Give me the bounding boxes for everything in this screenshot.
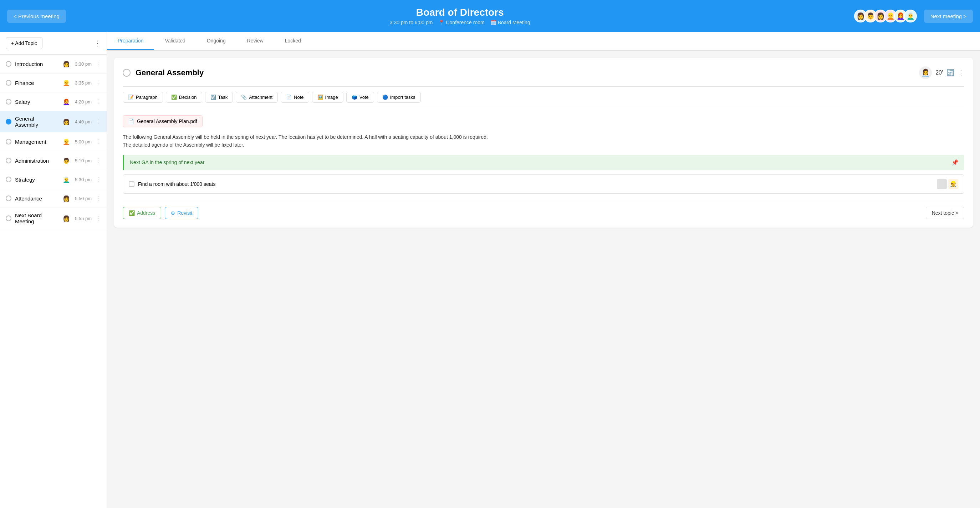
decision-icon: ✅ (171, 94, 177, 100)
topic-more-button[interactable]: ⋮ (95, 195, 101, 202)
topic-name: Introduction (15, 61, 58, 67)
topic-card-meta: 👩‍💼 20′ 🔄 ⋮ (919, 66, 964, 79)
task-checkbox[interactable] (129, 181, 134, 187)
decision-button[interactable]: ✅ Decision (166, 92, 202, 103)
sidebar-item-general-assembly[interactable]: General Assembly 👩 4:40 pm ⋮ (0, 111, 107, 132)
topic-avatar: 👩‍🦰 (61, 97, 71, 107)
bottom-left-buttons: ✅ Address ⊕ Revisit (123, 207, 198, 219)
main-layout: + Add Topic ⋮ Introduction 👩 3:30 pm ⋮ F… (0, 32, 980, 508)
note-button[interactable]: 📄 Note (281, 92, 309, 103)
sidebar-item-strategy[interactable]: Strategy 👨‍🦳 5:30 pm ⋮ (0, 170, 107, 189)
tab-validated[interactable]: Validated (154, 32, 196, 50)
sidebar-item-management[interactable]: Management 👱 5:00 pm ⋮ (0, 132, 107, 151)
topic-time: 5:00 pm (75, 139, 92, 145)
tab-locked[interactable]: Locked (274, 32, 312, 50)
topic-radio (6, 119, 11, 124)
sidebar-more-button[interactable]: ⋮ (94, 39, 101, 48)
topic-time: 5:30 pm (75, 177, 92, 182)
import-tasks-button[interactable]: 🔵 Import tasks (377, 92, 421, 103)
revisit-button[interactable]: ⊕ Revisit (165, 207, 198, 219)
meeting-meta: 3:30 pm to 6:00 pm 📍 Conference room 🗓️ … (66, 20, 854, 25)
topic-radio (6, 196, 11, 201)
pdf-icon: 📄 (128, 118, 134, 124)
tabs-bar: Preparation Validated Ongoing Review Loc… (107, 32, 980, 51)
next-meeting-button[interactable]: Next meeting > (924, 10, 973, 23)
topic-more-button[interactable]: ⋮ (95, 99, 101, 105)
topic-card-header: General Assembly 👩‍💼 20′ 🔄 ⋮ (123, 66, 964, 79)
sidebar-item-finance[interactable]: Finance 👱 3:35 pm ⋮ (0, 73, 107, 92)
topic-more-button[interactable]: ⋮ (95, 215, 101, 222)
topic-name: Finance (15, 80, 58, 86)
topic-time: 5:50 pm (75, 196, 92, 201)
task-text: Find a room with about 1'000 seats (138, 181, 933, 187)
task-button[interactable]: ☑️ Task (205, 92, 233, 103)
tab-preparation[interactable]: Preparation (107, 32, 154, 50)
location-icon: 📍 (438, 20, 444, 25)
topic-radio (6, 99, 11, 105)
note-bar: Next GA in the spring of next year 📌 (123, 155, 964, 170)
revisit-icon: ⊕ (171, 210, 175, 216)
topic-name: Attendance (15, 196, 58, 202)
app-header: < Previous meeting Board of Directors 3:… (0, 0, 980, 32)
topic-more-button[interactable]: ⋮ (95, 157, 101, 164)
topic-more-button[interactable]: ⋮ (95, 80, 101, 86)
topic-radio (6, 139, 11, 145)
refresh-button[interactable]: 🔄 (947, 69, 955, 77)
image-icon: 🖼️ (317, 94, 323, 100)
image-button[interactable]: 🖼️ Image (312, 92, 344, 103)
topic-duration: 20′ (935, 70, 943, 76)
tab-review[interactable]: Review (237, 32, 274, 50)
topic-content: General Assembly 👩‍💼 20′ 🔄 ⋮ 📝 Paragraph (107, 51, 980, 508)
topic-avatar: 👩 (61, 213, 71, 223)
pdf-attachment[interactable]: 📄 General Assembly Plan.pdf (123, 115, 202, 127)
task-avatar-person: 👷 (948, 179, 958, 189)
sidebar-item-salary[interactable]: Salary 👩‍🦰 4:20 pm ⋮ (0, 92, 107, 111)
card-more-button[interactable]: ⋮ (958, 69, 964, 77)
topic-card-radio[interactable] (123, 69, 130, 77)
address-button[interactable]: ✅ Address (123, 207, 161, 219)
avatar: 👨‍🦳 (904, 10, 917, 22)
next-topic-button[interactable]: Next topic > (926, 207, 964, 219)
topic-more-button[interactable]: ⋮ (95, 61, 101, 67)
topic-more-button[interactable]: ⋮ (95, 176, 101, 183)
sidebar-item-introduction[interactable]: Introduction 👩 3:30 pm ⋮ (0, 54, 107, 73)
task-item: Find a room with about 1'000 seats 👷 (123, 174, 964, 194)
topic-name: Salary (15, 99, 58, 105)
add-topic-button[interactable]: + Add Topic (6, 37, 43, 49)
meeting-type: 🗓️ Board Meeting (490, 20, 530, 25)
note-text: Next GA in the spring of next year (130, 159, 204, 165)
calendar-icon: 🗓️ (490, 20, 496, 25)
topic-radio (6, 177, 11, 182)
prev-meeting-button[interactable]: < Previous meeting (7, 10, 66, 23)
attachment-icon: 📎 (241, 94, 247, 100)
paragraph-icon: 📝 (128, 94, 134, 100)
topic-avatar: 👨‍🦳 (61, 174, 71, 185)
topic-time: 3:35 pm (75, 80, 92, 86)
vote-button[interactable]: 🗳️ Vote (346, 92, 374, 103)
topic-more-button[interactable]: ⋮ (95, 139, 101, 145)
bottom-actions: ✅ Address ⊕ Revisit Next topic > (123, 201, 964, 219)
topic-radio (6, 61, 11, 67)
topic-avatar: 👱 (61, 78, 71, 88)
sidebar: + Add Topic ⋮ Introduction 👩 3:30 pm ⋮ F… (0, 32, 107, 508)
pin-icon: 📌 (951, 159, 959, 166)
task-avatar-empty (937, 179, 947, 189)
topic-avatar: 👩 (61, 59, 71, 69)
paragraph-button[interactable]: 📝 Paragraph (123, 92, 163, 103)
topic-name: Strategy (15, 177, 58, 183)
attachment-button[interactable]: 📎 Attachment (236, 92, 278, 103)
topic-avatar: 👱 (61, 137, 71, 147)
note-icon: 📄 (286, 94, 292, 100)
tab-ongoing[interactable]: Ongoing (196, 32, 237, 50)
sidebar-item-next-board-meeting[interactable]: Next Board Meeting 👩 5:55 pm ⋮ (0, 208, 107, 229)
header-center: Board of Directors 3:30 pm to 6:00 pm 📍 … (66, 7, 854, 25)
topic-more-button[interactable]: ⋮ (95, 118, 101, 125)
topic-card: General Assembly 👩‍💼 20′ 🔄 ⋮ 📝 Paragraph (114, 58, 973, 228)
topic-time: 4:40 pm (75, 119, 92, 124)
topic-radio (6, 215, 11, 221)
sidebar-item-attendance[interactable]: Attendance 👩 5:50 pm ⋮ (0, 189, 107, 208)
topic-name: Next Board Meeting (15, 212, 58, 225)
content-area: Preparation Validated Ongoing Review Loc… (107, 32, 980, 508)
sidebar-item-administration[interactable]: Administration 👨 5:10 pm ⋮ (0, 151, 107, 170)
task-icon: ☑️ (210, 94, 216, 100)
